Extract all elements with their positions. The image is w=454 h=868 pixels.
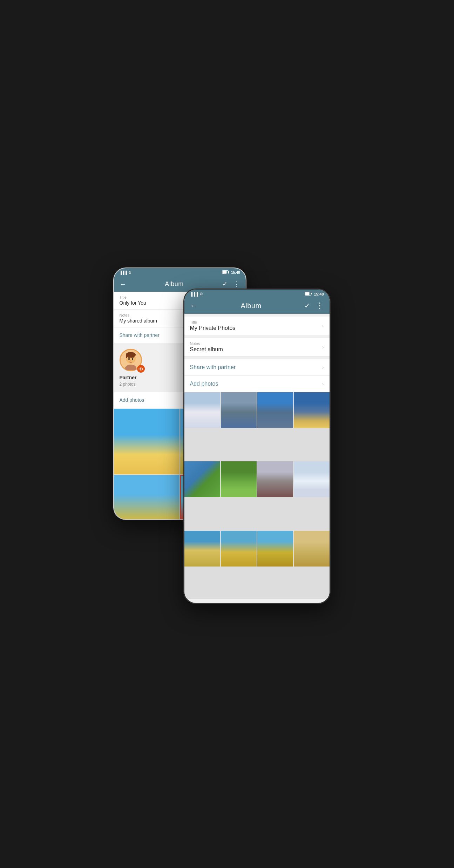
front-photo-8[interactable] (294, 461, 330, 497)
front-notes-chevron: › (322, 344, 324, 350)
svg-rect-16 (311, 293, 312, 294)
front-photo-9[interactable] (184, 531, 220, 567)
front-notes-item[interactable]: Notes Secret album › (184, 338, 330, 357)
front-toolbar-icons: ✓ ⋮ (304, 301, 324, 310)
back-check-button[interactable]: ✓ (222, 280, 228, 288)
front-status-bar: ▐▐▐ ⊙ 65 15:48 (184, 290, 330, 298)
front-share-chevron: › (322, 365, 324, 370)
front-gap2 (184, 335, 330, 338)
svg-text:65: 65 (306, 293, 309, 296)
back-photo-1[interactable] (114, 409, 179, 474)
front-add-photos-chevron: › (322, 381, 324, 387)
back-status-left: ▐▐▐ ⊙ (120, 271, 131, 274)
front-share-label: Share with partner (190, 364, 236, 371)
back-back-button[interactable]: ← (120, 280, 127, 288)
front-content: Title My Private Photos › Notes Secret a… (184, 314, 330, 599)
back-photo-3[interactable] (114, 475, 179, 520)
back-more-button[interactable]: ⋮ (233, 280, 240, 288)
front-photo-4[interactable] (294, 392, 330, 428)
svg-rect-7 (126, 354, 127, 358)
svg-point-10 (130, 360, 131, 361)
svg-point-8 (128, 358, 129, 360)
front-toolbar-title: Album (240, 302, 261, 310)
back-eye-badge (137, 365, 145, 373)
back-eye-icon (138, 367, 143, 371)
front-wifi-icon: ⊙ (199, 292, 203, 296)
back-share-label: Share with partner (120, 332, 160, 338)
svg-point-6 (126, 352, 136, 358)
back-toolbar-icons: ✓ ⋮ (222, 280, 240, 288)
front-photo-grid (184, 392, 330, 599)
back-partner-count: 2 photos (120, 382, 136, 387)
back-add-photos-label: Add photos (120, 397, 144, 403)
front-battery-icon: 65 (305, 292, 312, 296)
front-add-photos-label: Add photos (190, 381, 218, 387)
back-signal-icon: ▐▐▐ (120, 271, 127, 274)
front-phone: ▐▐▐ ⊙ 65 15:48 ← Album ✓ (183, 289, 331, 604)
back-partner-name: Partner (120, 375, 137, 380)
front-photo-1[interactable] (184, 392, 220, 428)
front-back-button[interactable]: ← (190, 301, 198, 310)
svg-point-13 (140, 368, 142, 369)
front-title-item[interactable]: Title My Private Photos › (184, 317, 330, 335)
front-photo-3[interactable] (257, 392, 293, 428)
front-notes-value: Secret album (190, 346, 322, 353)
back-battery-icon: 65 (222, 270, 230, 275)
front-time: 15:48 (314, 292, 324, 296)
front-photo-6[interactable] (221, 461, 257, 497)
front-photo-10[interactable] (221, 531, 257, 567)
scene: ▐▐▐ ⊙ 65 15:48 ← Album ✓ (113, 267, 341, 601)
front-photo-11[interactable] (257, 531, 293, 567)
svg-rect-2 (229, 271, 229, 273)
front-notes-label: Notes (190, 341, 322, 346)
front-title-label: Title (190, 320, 322, 324)
front-photo-7[interactable] (257, 461, 293, 497)
back-wifi-icon: ⊙ (128, 271, 131, 274)
front-photo-2[interactable] (221, 392, 257, 428)
front-photo-12[interactable] (294, 531, 330, 567)
front-title-chevron: › (322, 323, 324, 328)
front-toolbar: ← Album ✓ ⋮ (184, 298, 330, 314)
front-share-row[interactable]: Share with partner › (184, 359, 330, 376)
svg-text:65: 65 (223, 272, 226, 274)
back-time: 15:48 (231, 271, 240, 274)
front-signal-icon: ▐▐▐ (190, 292, 198, 296)
front-add-photos-row[interactable]: Add photos › (184, 376, 330, 392)
front-status-left: ▐▐▐ ⊙ (190, 292, 203, 296)
front-gap3 (184, 357, 330, 359)
front-status-right: 65 15:48 (305, 292, 324, 296)
back-status-right: 65 15:48 (222, 270, 240, 275)
back-avatar-wrapper (120, 349, 142, 371)
front-gap1 (184, 314, 330, 317)
svg-point-9 (131, 358, 133, 360)
front-more-button[interactable]: ⋮ (316, 301, 324, 310)
back-toolbar-title: Album (165, 280, 184, 288)
back-status-bar: ▐▐▐ ⊙ 65 15:48 (114, 268, 246, 276)
front-title-value: My Private Photos (190, 325, 322, 331)
front-check-button[interactable]: ✓ (304, 301, 310, 310)
front-photo-5[interactable] (184, 461, 220, 497)
